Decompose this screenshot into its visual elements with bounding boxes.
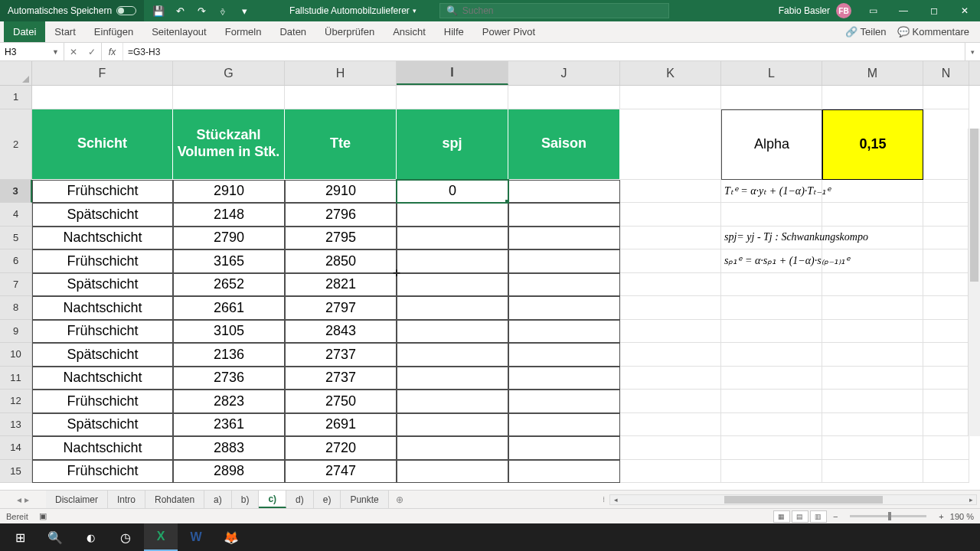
- cell[interactable]: [508, 320, 620, 344]
- row-header-9[interactable]: 9: [0, 320, 32, 344]
- cell[interactable]: [923, 436, 969, 460]
- cell[interactable]: Spätschicht: [32, 413, 173, 437]
- cell[interactable]: [620, 273, 721, 297]
- cell[interactable]: [721, 203, 822, 227]
- cell[interactable]: [397, 86, 508, 109]
- cell[interactable]: 2750: [285, 390, 397, 413]
- view-break-icon[interactable]: ▥: [810, 510, 827, 523]
- qat-dropdown-icon[interactable]: ▾: [237, 4, 251, 18]
- cell[interactable]: Tₜᵉ = α·yₜ + (1−α)·Tₜ₋₁ᵉ: [721, 180, 822, 204]
- cell[interactable]: 2691: [285, 413, 397, 437]
- col-header-N[interactable]: N: [923, 61, 969, 85]
- cell[interactable]: [620, 460, 721, 484]
- cell[interactable]: 2821: [285, 273, 397, 297]
- cell[interactable]: [822, 180, 923, 204]
- cell[interactable]: [923, 390, 969, 413]
- undo-icon[interactable]: ↶: [173, 4, 187, 18]
- horizontal-scrollbar[interactable]: ◂ ▸: [609, 494, 977, 505]
- cell[interactable]: 2910: [173, 180, 285, 204]
- cell[interactable]: [721, 273, 822, 297]
- cell[interactable]: Frühschicht: [32, 460, 173, 484]
- cell[interactable]: [721, 367, 822, 390]
- cell[interactable]: 2795: [285, 227, 397, 250]
- share-button[interactable]: 🔗 Teilen: [845, 26, 887, 37]
- view-layout-icon[interactable]: ▤: [792, 510, 808, 523]
- cell[interactable]: [822, 203, 923, 227]
- cell[interactable]: Nachtschicht: [32, 367, 173, 390]
- cell[interactable]: [32, 86, 173, 109]
- cell[interactable]: [923, 296, 969, 320]
- cell[interactable]: [923, 249, 969, 273]
- cell[interactable]: [508, 343, 620, 367]
- row-header-5[interactable]: 5: [0, 227, 32, 250]
- cell[interactable]: [620, 249, 721, 273]
- cell[interactable]: [721, 296, 822, 320]
- cell[interactable]: Frühschicht: [32, 249, 173, 273]
- cell[interactable]: [721, 413, 822, 437]
- cell[interactable]: [822, 343, 923, 367]
- close-icon[interactable]: ✕: [949, 0, 980, 21]
- zoom-level[interactable]: 190 %: [950, 512, 974, 521]
- cell[interactable]: Nachtschicht: [32, 296, 173, 320]
- cell[interactable]: spj= yj - Tj : Schwankungskompo: [721, 227, 822, 250]
- cell[interactable]: [285, 86, 397, 109]
- row-header-2[interactable]: 2: [0, 109, 32, 180]
- cell[interactable]: [721, 86, 822, 109]
- ribbon-tab-überprüfen[interactable]: Überprüfen: [315, 21, 384, 42]
- name-box[interactable]: H3 ▼: [0, 43, 64, 60]
- cell[interactable]: Frühschicht: [32, 180, 173, 204]
- cell[interactable]: 2883: [173, 436, 285, 460]
- cell[interactable]: [923, 413, 969, 437]
- maximize-icon[interactable]: ◻: [919, 0, 949, 21]
- cell[interactable]: 2898: [173, 460, 285, 484]
- cell[interactable]: Spätschicht: [32, 273, 173, 297]
- col-header-J[interactable]: J: [508, 61, 620, 85]
- col-header-H[interactable]: H: [285, 61, 397, 85]
- comments-button[interactable]: 💬 Kommentare: [897, 26, 969, 37]
- cell[interactable]: 2823: [173, 390, 285, 413]
- record-macro-icon[interactable]: ▣: [39, 511, 47, 521]
- ribbon-tab-einfügen[interactable]: Einfügen: [85, 21, 142, 42]
- cell[interactable]: [508, 367, 620, 390]
- cell[interactable]: [923, 343, 969, 367]
- cell[interactable]: 3105: [173, 320, 285, 344]
- cell[interactable]: [923, 320, 969, 344]
- row-header-4[interactable]: 4: [0, 203, 32, 227]
- cell[interactable]: 0: [397, 180, 508, 204]
- sheet-tab-Rohdaten[interactable]: Rohdaten: [145, 491, 204, 508]
- cell[interactable]: 2661: [173, 296, 285, 320]
- select-all-corner[interactable]: [0, 61, 32, 86]
- row-header-15[interactable]: 15: [0, 460, 32, 484]
- view-normal-icon[interactable]: ▦: [773, 510, 790, 523]
- cell[interactable]: Frühschicht: [32, 320, 173, 344]
- scroll-right-icon[interactable]: ▸: [965, 496, 976, 504]
- cell[interactable]: [822, 367, 923, 390]
- cell[interactable]: [620, 343, 721, 367]
- cell[interactable]: 2737: [285, 367, 397, 390]
- cell[interactable]: 0,15: [822, 109, 923, 180]
- cell[interactable]: 2652: [173, 273, 285, 297]
- sheet-cells[interactable]: SchichtStückzahl Volumen in Stk.TtespjSa…: [32, 86, 980, 483]
- cell[interactable]: [822, 273, 923, 297]
- cell[interactable]: [923, 86, 969, 109]
- cell[interactable]: Frühschicht: [32, 390, 173, 413]
- sheet-tab-d)[interactable]: d): [286, 491, 314, 508]
- sheet-tab-Disclaimer[interactable]: Disclaimer: [46, 491, 108, 508]
- cell[interactable]: [721, 436, 822, 460]
- cell[interactable]: 2720: [285, 436, 397, 460]
- cell[interactable]: [397, 203, 508, 227]
- save-icon[interactable]: 💾: [152, 4, 165, 18]
- ribbon-tab-seitenlayout[interactable]: Seitenlayout: [142, 21, 216, 42]
- cell[interactable]: 2796: [285, 203, 397, 227]
- cell[interactable]: Saison: [508, 109, 620, 180]
- cell[interactable]: [923, 227, 969, 250]
- cell[interactable]: sₚ₁ᵉ = α·sₚ₁ + (1−α)·s₍ₚ₋₁₎₁ᵉ: [721, 249, 822, 273]
- scrollbar-thumb[interactable]: [970, 129, 978, 282]
- cell[interactable]: 2843: [285, 320, 397, 344]
- cell[interactable]: 2136: [173, 343, 285, 367]
- cell[interactable]: [923, 203, 969, 227]
- cell[interactable]: 2361: [173, 413, 285, 437]
- formula-expand-icon[interactable]: ▾: [965, 43, 980, 60]
- ribbon-tab-power pivot[interactable]: Power Pivot: [473, 21, 544, 42]
- search-input[interactable]: [462, 5, 662, 16]
